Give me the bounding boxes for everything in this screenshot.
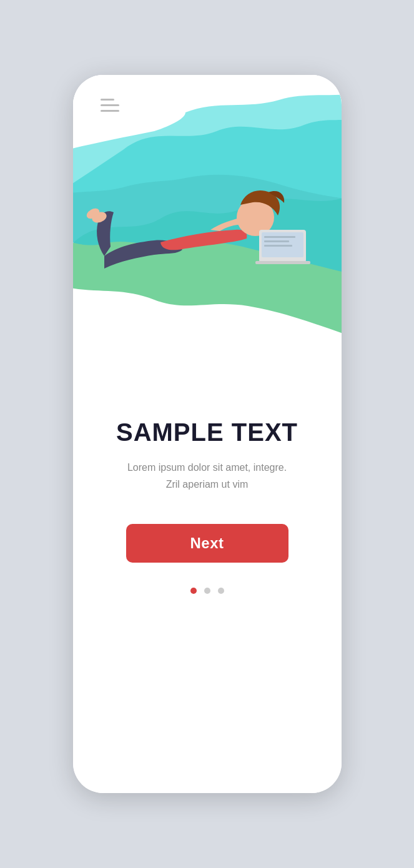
- content-area: SAMPLE TEXT Lorem ipsum dolor sit amet, …: [73, 400, 342, 793]
- svg-rect-8: [264, 240, 289, 242]
- svg-rect-9: [264, 245, 292, 247]
- svg-rect-10: [255, 261, 310, 264]
- pagination-dot-3[interactable]: [218, 588, 224, 594]
- pagination-dot-1[interactable]: [190, 588, 197, 594]
- menu-icon[interactable]: [101, 99, 119, 112]
- svg-rect-7: [264, 236, 295, 238]
- pagination-dot-2[interactable]: [204, 588, 210, 594]
- phone-mockup: SAMPLE TEXT Lorem ipsum dolor sit amet, …: [73, 75, 342, 793]
- next-button[interactable]: Next: [126, 524, 288, 563]
- pagination-dots: [190, 588, 224, 594]
- page-description: Lorem ipsum dolor sit amet, integre. Zri…: [127, 459, 287, 493]
- illustration-area: [73, 75, 342, 400]
- person-illustration: [86, 150, 329, 306]
- page-title: SAMPLE TEXT: [116, 418, 298, 446]
